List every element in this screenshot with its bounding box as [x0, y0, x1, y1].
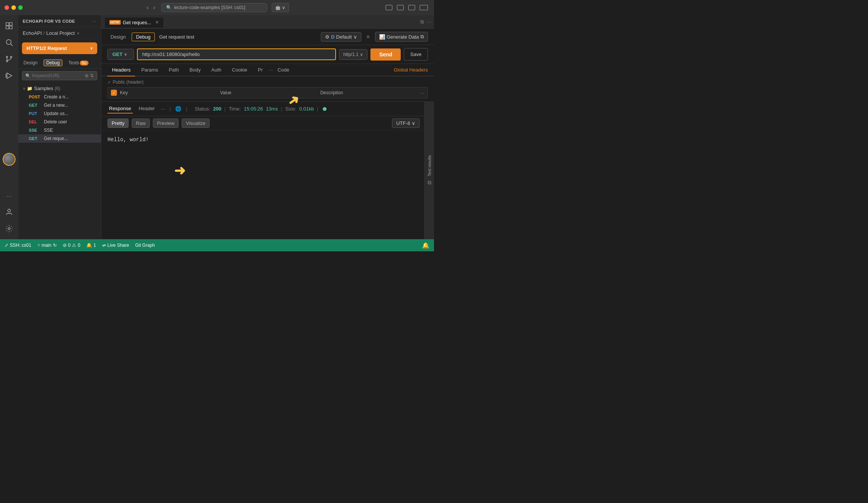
svg-rect-1 — [9, 23, 12, 25]
close-button[interactable] — [5, 5, 9, 10]
request-item-put[interactable]: PUT Update us... — [18, 109, 101, 118]
split-editor-icon[interactable]: ⧉ — [420, 19, 424, 25]
status-notifications[interactable]: 🔔 1 — [86, 243, 96, 248]
toolbar-tab-design[interactable]: Design — [107, 33, 129, 41]
active-tab[interactable]: HTTP Get reques... ✕ — [104, 17, 164, 28]
account-menu[interactable]: 🤖 ∨ — [272, 3, 289, 12]
status-value: 200 — [213, 106, 221, 112]
request-item-sse[interactable]: SSE SSE — [18, 126, 101, 134]
req-tab-more[interactable]: ··· — [269, 67, 273, 73]
sidebar-tab-design[interactable]: Design — [22, 59, 39, 66]
method-get-active: GET — [29, 136, 41, 141]
notifications-count: 1 — [93, 243, 96, 248]
encoding-label: UTF-8 — [396, 120, 410, 126]
svg-point-8 — [10, 56, 12, 58]
generate-data-button[interactable]: 📊 Generate Data ⧉ — [375, 32, 428, 42]
resp-tab-response[interactable]: Response — [107, 104, 133, 114]
menu-button[interactable]: ≡ — [364, 32, 372, 41]
sidebar: ECHOAPI FOR VS CODE ··· EchoAPI / Local … — [18, 15, 101, 239]
toolbar-tab-debug[interactable]: Debug — [132, 33, 154, 41]
back-arrow[interactable]: ‹ — [145, 3, 150, 12]
sidebar-path-chevron[interactable]: ∨ — [77, 31, 79, 35]
filter-icon[interactable]: ⊕ — [85, 73, 89, 78]
layout-icon-3[interactable] — [408, 5, 415, 10]
format-visualize[interactable]: Visualize — [182, 118, 210, 128]
request-item-post[interactable]: POST Create a n... — [18, 93, 101, 101]
request-name-0: Create a n... — [44, 94, 69, 100]
tab-more-icon[interactable]: ··· — [427, 19, 431, 25]
header-table-menu[interactable]: ··· — [420, 90, 425, 96]
request-item-get-active[interactable]: GET Get reque... — [18, 134, 101, 143]
size-value: 0.01kb — [299, 106, 314, 112]
search-input[interactable] — [32, 73, 83, 78]
layout-icon-2[interactable] — [397, 5, 404, 10]
sidebar-header-menu[interactable]: ··· — [92, 18, 96, 24]
send-button[interactable]: Send — [370, 48, 401, 61]
folder-samples[interactable]: ∨ 📁 Samples (6) — [18, 84, 101, 93]
status-branch[interactable]: ⑂ main ↻ — [37, 243, 57, 248]
maximize-button[interactable] — [18, 5, 23, 10]
resp-tab-more[interactable]: ··· — [161, 106, 165, 112]
sidebar-item-source-control[interactable] — [2, 51, 17, 67]
test-results-icon[interactable]: ⧉ — [428, 179, 431, 186]
layout-icon-4[interactable] — [420, 5, 428, 10]
format-raw[interactable]: Raw — [132, 118, 150, 128]
activity-more[interactable]: ··· — [3, 190, 14, 203]
tab-close-button[interactable]: ✕ — [155, 20, 159, 25]
svg-rect-2 — [6, 26, 8, 29]
user-avatar[interactable] — [3, 153, 16, 166]
header-checkbox[interactable]: ✓ — [111, 90, 117, 96]
public-header-icon: ⤢ — [107, 80, 110, 84]
req-tab-cookie[interactable]: Cookie — [227, 64, 252, 76]
notification-bell[interactable]: 🔔 — [422, 242, 429, 249]
resp-globe-icon[interactable]: 🌐 — [175, 106, 181, 112]
search-icon: 🔍 — [25, 73, 31, 78]
sidebar-tab-debug[interactable]: Debug — [44, 59, 62, 66]
title-input[interactable]: 🔍 lecture-code-examples [SSH: cs01] — [161, 3, 267, 12]
req-tab-body[interactable]: Body — [185, 64, 205, 76]
encoding-selector[interactable]: UTF-8 ∨ — [392, 118, 420, 128]
time-value: 15:05:26 13ms — [244, 106, 278, 112]
request-item-get-1[interactable]: GET Get a new... — [18, 101, 101, 109]
new-request-chevron: ∨ — [90, 46, 93, 50]
layout-icon-1[interactable] — [386, 5, 392, 10]
url-input[interactable]: http://cs01:18080/api/hello — [137, 48, 336, 60]
save-button[interactable]: Save — [404, 48, 428, 61]
status-live-share[interactable]: ⇌ Live Share — [102, 243, 129, 248]
req-tab-params[interactable]: Params — [137, 64, 163, 76]
req-tab-headers[interactable]: Headers — [107, 64, 135, 76]
sidebar-item-account[interactable] — [2, 204, 17, 220]
status-git-graph[interactable]: Git Graph — [135, 243, 155, 248]
headers-table-header: ✓ Key Value Description ··· — [107, 87, 428, 98]
status-ssh[interactable]: ⤢ SSH: cs01 — [5, 243, 31, 248]
method-selector[interactable]: GET ∨ — [107, 49, 134, 60]
sidebar-item-settings[interactable] — [2, 221, 17, 236]
format-pretty[interactable]: Pretty — [107, 118, 129, 128]
status-info: Status: 200 | Time: 15:05:26 13ms | Size… — [195, 106, 327, 112]
code-link[interactable]: Code — [277, 67, 289, 73]
url-text: http://cs01:18080/api/hello — [142, 51, 200, 57]
new-request-button[interactable]: HTTP1/2 Request ∨ — [22, 42, 97, 54]
sort-icon[interactable]: ⇅ — [90, 73, 94, 78]
sidebar-item-run[interactable] — [2, 68, 17, 83]
method-label: GET — [112, 51, 123, 57]
resp-tab-header[interactable]: Header — [137, 104, 157, 114]
protocol-selector[interactable]: http/1.1 ∨ — [339, 49, 367, 60]
status-errors[interactable]: ⊘ 0 ⚠ 0 — [63, 243, 80, 248]
response-tabs-bar: Response Header ··· | 🌐 | Status: 200 | … — [101, 102, 434, 116]
sidebar-item-explorer[interactable] — [2, 18, 17, 33]
format-preview[interactable]: Preview — [153, 118, 179, 128]
req-tab-path[interactable]: Path — [164, 64, 184, 76]
global-headers-link[interactable]: Global Headers — [394, 67, 428, 73]
sidebar-item-search[interactable] — [2, 35, 17, 50]
test-results-label[interactable]: Test results — [427, 155, 432, 176]
req-tab-pr[interactable]: Pr — [254, 64, 268, 76]
minimize-button[interactable] — [11, 5, 16, 10]
req-tab-auth[interactable]: Auth — [207, 64, 226, 76]
environment-selector[interactable]: ⚙ D Default ∨ — [321, 32, 361, 42]
forward-arrow[interactable]: › — [152, 3, 157, 12]
sidebar-tab-tests[interactable]: TestsNo — [67, 59, 90, 66]
request-item-del[interactable]: DEL Delete user — [18, 118, 101, 126]
svg-point-12 — [8, 209, 10, 212]
errors-count: 0 — [68, 243, 71, 248]
